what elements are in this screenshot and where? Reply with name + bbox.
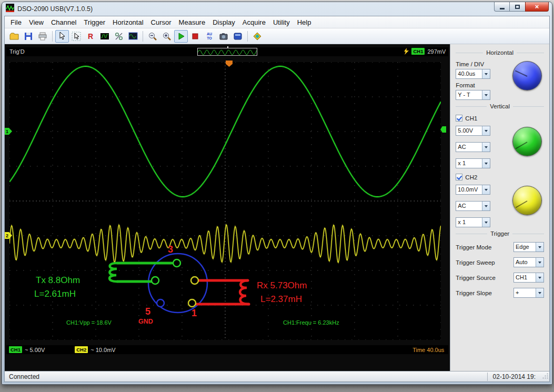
start-button[interactable] — [174, 30, 188, 43]
scope-area: Trig'D CH1 297mV — [5, 44, 450, 371]
r-tool-button[interactable]: R — [84, 30, 97, 43]
ch1-volts-select[interactable]: 5.00V — [456, 126, 490, 136]
trigger-mode-label: Trigger Mode — [456, 244, 491, 250]
rx-coil — [240, 280, 249, 304]
waveform-preview[interactable] — [197, 48, 257, 56]
ch2-checkbox[interactable] — [456, 174, 462, 180]
ch2-controls: 10.0mV AC x 1 — [456, 183, 544, 227]
trigger-source-select[interactable]: CH1 — [513, 273, 544, 283]
ch1-position-knob[interactable] — [512, 127, 542, 156]
chevron-down-icon[interactable] — [482, 218, 490, 227]
maximize-button[interactable] — [510, 2, 525, 12]
titlebar[interactable]: DSO-2090 USB(V7.1.0.5) × — [4, 2, 550, 16]
ch2-badge[interactable]: CH2 — [75, 346, 88, 353]
trigger-level-marker[interactable] — [440, 126, 446, 133]
trigger-slope-select[interactable]: + — [513, 288, 544, 298]
minimize-icon — [500, 8, 505, 9]
resize-grip-icon[interactable] — [542, 373, 549, 381]
chevron-down-icon[interactable] — [482, 143, 490, 152]
chevron-down-icon[interactable] — [482, 91, 490, 99]
horizontal-position-knob[interactable] — [512, 61, 542, 91]
ch1-checkbox[interactable] — [456, 115, 462, 122]
ch2-scale-readout: ~ 10.0mV — [90, 347, 115, 353]
ch1-coupling-select[interactable]: AC — [456, 142, 490, 152]
trigger-setup-button[interactable] — [98, 30, 112, 43]
trigger-mode-row: Trigger Mode Edge — [456, 242, 544, 252]
format-select[interactable]: Y - T — [456, 90, 490, 100]
toolbar: R AUTO — [5, 28, 549, 44]
app-window: DSO-2090 USB(V7.1.0.5) × File View Chann… — [2, 2, 552, 385]
help-icon — [253, 32, 262, 41]
zoom-in-button[interactable] — [160, 30, 174, 43]
snapshot-button[interactable] — [217, 30, 230, 43]
chevron-down-icon[interactable] — [536, 258, 543, 267]
menu-display[interactable]: Display — [209, 17, 239, 27]
menu-file[interactable]: File — [7, 17, 25, 27]
save-button[interactable] — [22, 30, 35, 43]
trigger-readout: CH1 297mV — [404, 48, 446, 55]
chevron-down-icon[interactable] — [536, 243, 543, 252]
print-button[interactable] — [36, 30, 49, 43]
trigger-group-title: Trigger — [456, 230, 544, 237]
ch2-volts-select[interactable]: 10.0mV — [456, 185, 490, 195]
close-button[interactable]: × — [525, 2, 549, 12]
time-div-select[interactable]: 40.0us — [456, 69, 490, 79]
ch2-coupling-select[interactable]: AC — [456, 201, 490, 211]
help-button[interactable] — [250, 30, 264, 43]
ch2-position-knob[interactable] — [512, 186, 542, 215]
pin-3-circle — [173, 259, 180, 267]
vpp-measurement: CH1:Vpp = 18.6V — [66, 319, 112, 326]
stop-button[interactable] — [188, 30, 202, 43]
horizontal-group-title: Horizontal — [456, 49, 544, 56]
ch1-probe-select[interactable]: x 1 — [456, 158, 490, 168]
pin-1-label: 1 — [192, 308, 197, 318]
menu-horizontal[interactable]: Horizontal — [109, 17, 147, 27]
stop-icon — [190, 32, 200, 41]
chevron-down-icon[interactable] — [482, 202, 490, 210]
menu-view[interactable]: View — [25, 17, 47, 27]
folder-icon — [9, 32, 19, 41]
menu-cursor[interactable]: Cursor — [147, 17, 175, 27]
display-window-button[interactable] — [126, 30, 140, 43]
chevron-down-icon[interactable] — [482, 69, 490, 78]
menu-utility[interactable]: Utility — [269, 17, 294, 27]
vertical-group-title: Vertical — [456, 103, 544, 109]
chevron-down-icon[interactable] — [482, 126, 490, 135]
chevron-down-icon[interactable] — [482, 185, 490, 194]
cursor-track-button[interactable] — [69, 30, 83, 43]
trigger-sweep-select[interactable]: Auto — [513, 257, 544, 267]
ch1-badge[interactable]: CH1 — [9, 346, 22, 353]
ch2-probe-select[interactable]: x 1 — [456, 217, 490, 227]
menu-channel[interactable]: Channel — [47, 17, 80, 27]
maximize-icon — [515, 5, 520, 9]
connector-diagram-overlay: Tx 8.8Ohm L=2.61mH Rx 5.73Ohm L=2.37mH 3… — [34, 244, 339, 326]
trigger-bolt-icon — [404, 48, 409, 55]
chevron-down-icon[interactable] — [482, 159, 490, 168]
minimize-button[interactable] — [494, 2, 510, 12]
gnd-label: GND — [138, 318, 153, 325]
camera-icon — [219, 32, 228, 41]
chevron-down-icon[interactable] — [536, 288, 543, 297]
autoset-button[interactable]: AUTO — [203, 30, 216, 43]
panel-display-button[interactable] — [231, 30, 245, 43]
zoom-out-button[interactable] — [146, 30, 159, 43]
status-bar: Connected 02-10-2014 19: — [5, 371, 549, 381]
trigger-source-row: Trigger Source CH1 — [456, 273, 544, 283]
magnifier-plus-icon — [162, 32, 172, 41]
trigger-mode-select[interactable]: Edge — [513, 242, 544, 252]
scope-display: Tx 8.8Ohm L=2.61mH Rx 5.73Ohm L=2.37mH 3… — [9, 62, 441, 340]
arrow-cursor-icon — [57, 32, 67, 41]
menu-help[interactable]: Help — [294, 17, 315, 27]
blue-panel-icon — [233, 32, 243, 41]
open-file-button[interactable] — [7, 30, 21, 43]
cursor-select-button[interactable] — [55, 30, 69, 43]
menu-measure[interactable]: Measure — [175, 17, 209, 27]
ch1-checkbox-label: CH1 — [465, 115, 477, 122]
scope-top-strip: Trig'D CH1 297mV — [6, 47, 448, 56]
percent-icon — [114, 32, 124, 41]
menu-acquire[interactable]: Acquire — [239, 17, 269, 27]
measure-tool-button[interactable] — [112, 30, 126, 43]
chevron-down-icon[interactable] — [536, 273, 543, 282]
menu-trigger[interactable]: Trigger — [80, 17, 109, 27]
freq-measurement: CH1:Frequ = 6.23kHz — [283, 319, 339, 326]
